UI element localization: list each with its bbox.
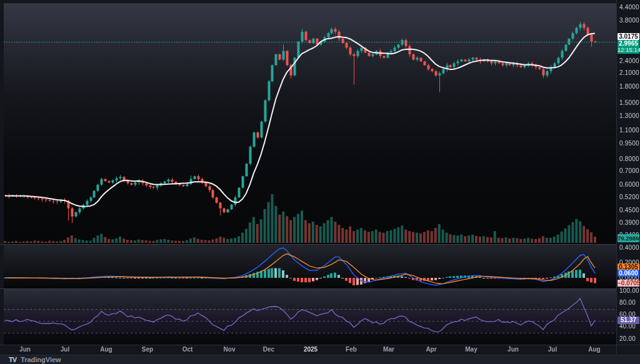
tradingview-logo-icon[interactable]: TV: [9, 356, 16, 363]
macd-line-label: 0.0600: [618, 270, 639, 277]
rsi-tick: 100.00: [617, 287, 639, 294]
last-price-tag: 2.9965 12:15:14: [618, 40, 639, 54]
countdown-timer: 12:15:14: [618, 47, 639, 53]
price-tick: 0.7000: [617, 167, 639, 174]
price-tick: 4.4000: [617, 4, 639, 11]
price-tick: 0.6000: [617, 181, 639, 188]
macd-histogram-label: −0.0705: [618, 280, 639, 287]
chart-canvas[interactable]: [0, 0, 640, 364]
price-tick: 0.4500: [617, 207, 639, 214]
time-label-month: May: [459, 346, 484, 353]
price-tick: 1.1000: [617, 127, 639, 134]
rsi-tick: 20.00: [617, 335, 636, 342]
price-tick: 1.8000: [617, 83, 639, 90]
price-tick: 0.8000: [617, 155, 639, 162]
time-label-month: Mar: [376, 346, 401, 353]
price-line-tag: 3.0175: [618, 33, 639, 40]
time-label-month: Jul: [540, 346, 565, 353]
time-label-month: Apr: [419, 346, 444, 353]
macd-signal-label: 0.1305: [618, 263, 639, 270]
trading-chart-window: 4.40003.80002.40002.10001.80001.50001.30…: [0, 0, 640, 364]
rsi-label: 51.37: [618, 317, 639, 324]
time-label-month: Feb: [339, 346, 364, 353]
time-label-month: Sep: [135, 346, 160, 353]
time-label-month: Dec: [256, 346, 281, 353]
time-label-month: Aug: [94, 346, 119, 353]
time-label-month: Aug: [582, 346, 607, 353]
price-tick: 2.1000: [617, 69, 639, 76]
time-label-year: 2025: [298, 346, 323, 353]
price-tick: 1.3000: [617, 112, 639, 119]
bottom-toolbar: TV TradingView: [0, 355, 640, 364]
price-tick: 1.5000: [617, 99, 639, 106]
time-label-month: Oct: [175, 346, 200, 353]
volume-label: 79.298M: [618, 234, 639, 242]
price-tick: 0.9500: [617, 140, 639, 147]
macd-tick: 0.4000: [617, 244, 639, 251]
rsi-tick: 40.00: [617, 323, 636, 330]
time-label-month: Jun: [501, 346, 526, 353]
price-tick: 3.8000: [617, 17, 639, 24]
price-tick: 2.4000: [617, 57, 639, 64]
time-axis[interactable]: JunJulAugSepOctNovDec2025FebMarAprMayJun…: [0, 345, 617, 355]
rsi-tick: 80.00: [617, 299, 636, 306]
price-tick: 0.5200: [617, 194, 639, 200]
price-tick: 0.3900: [617, 219, 639, 226]
time-label-month: Jun: [12, 346, 38, 353]
tradingview-label[interactable]: TradingView: [21, 356, 61, 363]
time-label-month: Nov: [217, 346, 242, 353]
time-label-month: Jul: [52, 346, 78, 353]
